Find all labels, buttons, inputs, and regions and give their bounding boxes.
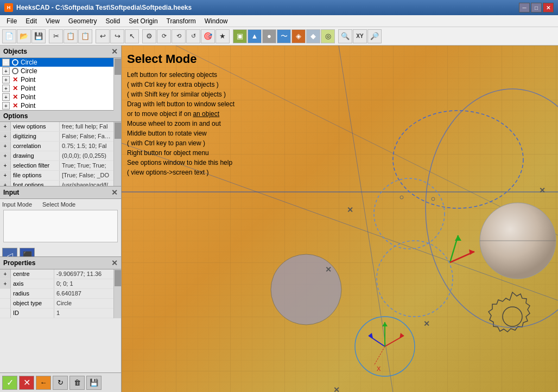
- minimize-button[interactable]: ─: [519, 3, 530, 12]
- properties-panel-close[interactable]: ✕: [111, 259, 118, 267]
- tb-select[interactable]: ↖: [125, 29, 139, 43]
- help-line-9: Right button for object menu: [127, 148, 234, 158]
- tb-xy[interactable]: XY: [353, 29, 367, 43]
- tb-rotate1[interactable]: ⚙: [142, 29, 156, 43]
- menu-file[interactable]: File: [2, 16, 21, 26]
- objects-panel-close[interactable]: ✕: [111, 47, 118, 56]
- app-icon: H: [4, 3, 13, 12]
- menu-solid[interactable]: Solid: [102, 16, 125, 26]
- tb-pkg[interactable]: ◈: [291, 29, 306, 43]
- prop-value: 0; 0; 1: [54, 279, 75, 288]
- item-label: Circle: [21, 59, 37, 66]
- objects-scrollbar[interactable]: [113, 58, 121, 111]
- expand-icon[interactable]: +: [2, 76, 10, 83]
- list-item[interactable]: + Circle: [0, 58, 113, 67]
- options-scrollbar[interactable]: [113, 122, 121, 187]
- tb-cut[interactable]: ✂: [49, 29, 63, 43]
- svg-marker-21: [382, 322, 388, 326]
- tb-wave[interactable]: 〜: [277, 29, 291, 43]
- help-text-overlay: Select Mode Left button for selecting ob…: [127, 50, 234, 177]
- options-panel-title: Options: [3, 112, 28, 120]
- tb-star[interactable]: ★: [215, 29, 230, 43]
- refresh-button[interactable]: ↻: [53, 376, 68, 390]
- input-area[interactable]: [3, 210, 118, 242]
- tb-cyl[interactable]: ●: [262, 29, 276, 43]
- delete-button[interactable]: 🗑: [69, 376, 85, 390]
- scrollbar-thumb[interactable]: [115, 59, 121, 75]
- tb-undo[interactable]: ↩: [96, 29, 110, 43]
- prop-expand-icon: [0, 289, 11, 298]
- maximize-button[interactable]: □: [531, 3, 542, 12]
- svg-point-6: [393, 111, 523, 208]
- close-button[interactable]: ✕: [543, 3, 554, 12]
- prop-expand-icon[interactable]: +: [0, 269, 11, 279]
- tb-redo[interactable]: ↪: [110, 29, 124, 43]
- list-item[interactable]: + ✕ Point: [0, 84, 113, 93]
- objects-panel: Objects ✕ + Circle + Circle: [0, 46, 121, 111]
- svg-point-12: [377, 241, 453, 317]
- tb-copy[interactable]: 📋: [64, 29, 78, 43]
- expand-icon[interactable]: +: [2, 85, 10, 92]
- option-value: (0,0,0); (0,0,255): [60, 151, 109, 160]
- opt-expand-icon[interactable]: +: [0, 151, 11, 160]
- menu-edit[interactable]: Edit: [21, 16, 41, 26]
- input-icon-2[interactable]: ⬛: [20, 248, 35, 257]
- menu-window[interactable]: Window: [200, 16, 232, 26]
- tb-paste[interactable]: 📋: [78, 29, 92, 43]
- input-panel-close[interactable]: ✕: [111, 188, 118, 197]
- save-button[interactable]: 💾: [86, 376, 102, 390]
- opt-expand-icon[interactable]: +: [0, 132, 11, 141]
- confirm-button[interactable]: ✓: [2, 376, 17, 390]
- list-item[interactable]: + ✕ Point: [0, 75, 113, 84]
- opt-expand-icon[interactable]: +: [0, 181, 11, 187]
- tb-lens[interactable]: ◎: [321, 29, 335, 43]
- expand-icon[interactable]: +: [2, 67, 10, 75]
- cancel-button[interactable]: ✕: [19, 376, 34, 390]
- objects-panel-header: Objects ✕: [0, 46, 121, 58]
- back-button[interactable]: ←: [36, 376, 51, 390]
- menu-transform[interactable]: Transform: [162, 16, 200, 26]
- scrollbar-thumb[interactable]: [115, 270, 121, 286]
- tb-rotate4[interactable]: ↺: [186, 29, 200, 43]
- opt-expand-icon[interactable]: +: [0, 171, 11, 180]
- svg-text:X: X: [377, 365, 381, 372]
- input-icon-1[interactable]: ◁: [2, 248, 17, 257]
- option-value: [True; False; _DO: [60, 171, 111, 180]
- option-value: 0.75; 1.5; 10; Fal: [60, 142, 109, 151]
- menu-bar: File Edit View Geometry Solid Set Origin…: [0, 15, 558, 27]
- tb-open[interactable]: 📂: [17, 29, 31, 43]
- options-panel: Options + view options free; full help; …: [0, 111, 121, 187]
- menu-geometry[interactable]: Geometry: [64, 16, 102, 26]
- tb-target[interactable]: 🎯: [201, 29, 215, 43]
- expand-icon[interactable]: +: [2, 102, 10, 110]
- tb-diamond[interactable]: ◆: [306, 29, 320, 43]
- tb-new[interactable]: 📄: [2, 29, 16, 43]
- tb-zoomfit[interactable]: 🔎: [367, 29, 382, 43]
- item-label: Point: [21, 85, 35, 92]
- tb-rotate2[interactable]: ⟳: [157, 29, 171, 43]
- opt-expand-icon[interactable]: +: [0, 161, 11, 170]
- viewport[interactable]: X ✕ ✕ ✕ ✕ ✕ ✕: [122, 46, 558, 392]
- props-scrollbar[interactable]: [113, 269, 121, 318]
- list-item[interactable]: + Circle: [0, 67, 113, 75]
- menu-setorigin[interactable]: Set Origin: [124, 16, 162, 26]
- option-row: + font options /usr/share/qcad/f/: [0, 181, 113, 187]
- tb-save[interactable]: 💾: [31, 29, 46, 43]
- prop-row: + centre -9.906977; 11.36: [0, 269, 113, 279]
- expand-icon[interactable]: +: [2, 59, 10, 66]
- list-item[interactable]: + ✕ Point: [0, 101, 113, 110]
- prop-expand-icon[interactable]: +: [0, 279, 11, 288]
- left-panel: Objects ✕ + Circle + Circle: [0, 46, 122, 392]
- list-item[interactable]: + ✕ Point: [0, 93, 113, 101]
- tb-box[interactable]: ▣: [233, 29, 247, 43]
- opt-expand-icon[interactable]: +: [0, 122, 11, 131]
- opt-expand-icon[interactable]: +: [0, 142, 11, 151]
- option-label: drawing: [11, 151, 60, 160]
- scrollbar-thumb[interactable]: [115, 123, 121, 139]
- expand-icon[interactable]: +: [2, 93, 10, 101]
- help-line-2: ( with Ctrl key for extra objects ): [127, 80, 234, 89]
- tb-zoom[interactable]: 🔍: [338, 29, 352, 43]
- tb-rotate3[interactable]: ⟲: [172, 29, 186, 43]
- menu-view[interactable]: View: [41, 16, 64, 26]
- tb-tri[interactable]: ▲: [248, 29, 262, 43]
